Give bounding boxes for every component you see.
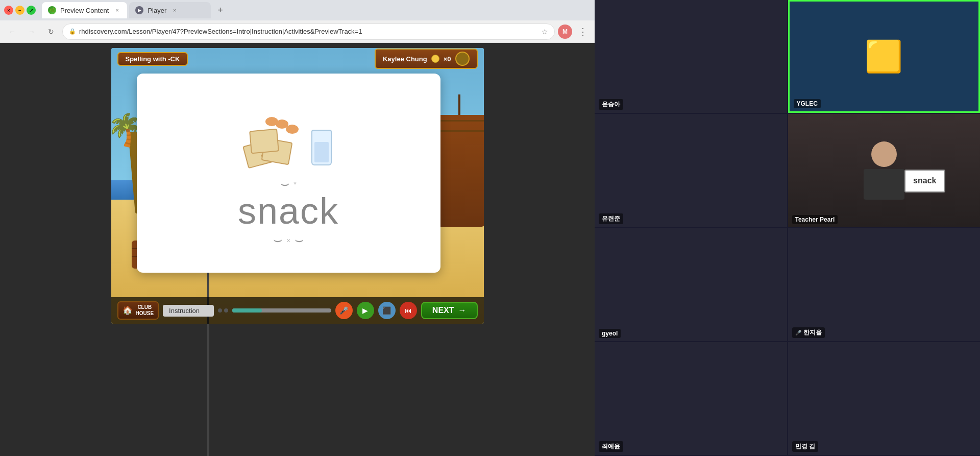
player-avatar xyxy=(455,52,470,66)
minimize-window-button[interactable]: − xyxy=(15,6,24,15)
new-tab-button[interactable]: + xyxy=(213,3,227,17)
participant-tile-hanjiyul: 🎤 한지율 xyxy=(788,228,981,341)
refresh-button[interactable]: ↻ xyxy=(43,23,59,40)
participant-tile-choiyeyun: 최예윤 xyxy=(595,342,787,455)
play-button[interactable]: ▶ xyxy=(357,302,374,319)
dot-2 xyxy=(224,308,228,313)
participant-tile-minkyungkim: 민경 김 xyxy=(788,342,981,455)
participant-tile-yglec: 🟨 YGLEC xyxy=(788,0,981,113)
teacher-video: snack xyxy=(788,114,981,227)
next-arrow-icon: → xyxy=(458,306,467,315)
next-label: NEXT xyxy=(432,306,454,315)
participant-name-yuryeonjun: 유련준 xyxy=(599,213,623,224)
tab2-favicon: ▶ xyxy=(135,6,143,14)
browser-menu-button[interactable]: ⋮ xyxy=(575,24,591,39)
peanut-2 xyxy=(286,125,299,134)
word-text: snack xyxy=(238,193,339,229)
browser-window: × − ⤢ 🌿 Preview Content × ▶ Player × + ←… xyxy=(0,0,595,456)
tab1-close[interactable]: × xyxy=(113,6,121,14)
muted-mic-icon: 🎤 xyxy=(795,330,801,335)
participant-name-yunseunga: 윤승아 xyxy=(599,99,623,110)
url-text: rhdiscovery.com/Lesson/Player/47?Preview… xyxy=(79,28,538,35)
content-area: 🌴 💀 ⚔️ Spel xyxy=(0,43,595,456)
tab1-favicon: 🌿 xyxy=(48,6,56,14)
game-title: Spelling with -CK xyxy=(117,52,188,66)
record-button[interactable]: 🎤 xyxy=(335,302,353,319)
tab1-label: Preview Content xyxy=(60,7,109,14)
game-header: Spelling with -CK Kaylee Chung ×0 xyxy=(111,48,484,69)
participant-name-minkyungkim: 민경 김 xyxy=(792,441,818,452)
game-container: 🌴 💀 ⚔️ Spel xyxy=(111,48,484,324)
coin-icon xyxy=(431,55,439,63)
word-card: ⌣ * snack ⌣ × ⌣ xyxy=(137,74,440,273)
close-window-button[interactable]: × xyxy=(4,6,13,15)
forward-button[interactable]: → xyxy=(23,23,40,40)
tab2-label: Player xyxy=(148,7,166,14)
bracket-left-bottom: ⌣ xyxy=(273,232,282,249)
dot-1 xyxy=(218,308,222,313)
coins-display: ×0 xyxy=(444,55,451,63)
word-display: ⌣ * snack ⌣ × ⌣ xyxy=(238,176,339,249)
glass-liquid xyxy=(314,142,329,162)
spongebob-avatar: 🟨 xyxy=(790,2,979,111)
maximize-window-button[interactable]: ⤢ xyxy=(27,6,36,15)
peanut-3 xyxy=(265,117,278,126)
glass-image xyxy=(311,130,332,165)
participant-name-yglec: YGLEC xyxy=(794,99,821,108)
rewind-button[interactable]: ⏮ xyxy=(400,302,417,319)
back-button[interactable]: ← xyxy=(4,23,20,40)
player-info: Kaylee Chung ×0 xyxy=(375,49,478,69)
underline-x: × xyxy=(286,236,290,245)
bracket-right-bottom: ⌣ xyxy=(295,232,304,249)
word-images xyxy=(137,84,440,165)
address-bar[interactable]: 🔒 rhdiscovery.com/Lesson/Player/47?Previ… xyxy=(62,23,555,40)
participant-name-choiyeyun: 최예윤 xyxy=(599,441,623,452)
cracker-3 xyxy=(249,129,279,154)
lock-icon: 🔒 xyxy=(69,28,76,35)
instruction-label: Instruction xyxy=(163,305,214,317)
participant-name-teacher: Teacher Pearl xyxy=(792,215,838,224)
participant-tile-yuryeonjun: 유련준 xyxy=(595,114,787,227)
progress-track xyxy=(232,308,331,313)
participant-name-hanjiyul: 🎤 한지율 xyxy=(792,327,825,338)
cracker-image xyxy=(245,114,306,165)
whiteboard: snack xyxy=(904,170,945,193)
video-panel: 윤승아 🟨 YGLEC 유련준 xyxy=(595,0,980,456)
title-bar: × − ⤢ 🌿 Preview Content × ▶ Player × + xyxy=(0,0,595,20)
nav-bar: ← → ↻ 🔒 rhdiscovery.com/Lesson/Player/47… xyxy=(0,20,595,43)
profile-button[interactable]: M xyxy=(558,25,572,39)
participant-tile-yunseunga: 윤승아 xyxy=(595,0,787,113)
house-icon: 🏠 xyxy=(122,305,133,315)
player-name: Kaylee Chung xyxy=(383,55,427,63)
participant-tile-gyeol: gyeol xyxy=(595,228,787,341)
window-controls: × − ⤢ xyxy=(4,6,36,15)
pause-button[interactable]: ⬛ xyxy=(378,302,396,319)
tab-player[interactable]: ▶ Player × xyxy=(129,2,211,18)
spongebob-icon: 🟨 xyxy=(865,38,903,75)
game-controls: 🏠 CLUBHOUSE Instruction 🎤 ▶ ⬛ ⏮ NEXT xyxy=(111,297,484,324)
bookmark-icon[interactable]: ☆ xyxy=(542,28,548,36)
tab2-close[interactable]: × xyxy=(170,6,179,14)
asterisk: * xyxy=(293,180,296,188)
next-button[interactable]: NEXT → xyxy=(421,302,478,319)
progress-dots xyxy=(218,308,228,313)
participant-name-gyeol: gyeol xyxy=(599,329,621,338)
clubhouse-label: CLUBHOUSE xyxy=(136,304,154,317)
word-underline: ⌣ × ⌣ xyxy=(273,232,304,249)
clubhouse-button[interactable]: 🏠 CLUBHOUSE xyxy=(117,301,159,320)
participant-tile-teacher: snack Teacher Pearl xyxy=(788,114,981,227)
tab-preview-content[interactable]: 🌿 Preview Content × xyxy=(42,2,127,18)
